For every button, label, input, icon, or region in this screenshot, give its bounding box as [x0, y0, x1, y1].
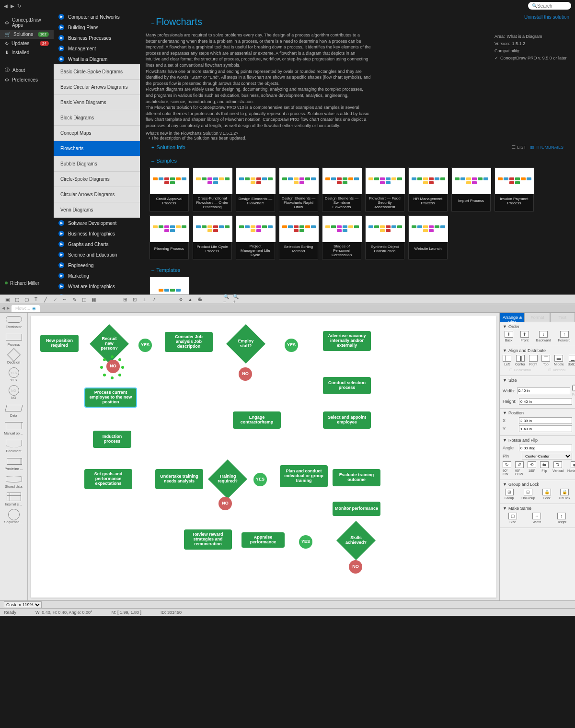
flow-node[interactable]: Recruit new person? [90, 324, 129, 364]
align-icons-bottom[interactable]: ▁Bottom [568, 355, 575, 366]
props-tab-format[interactable]: Format [525, 313, 550, 322]
palette-decision[interactable]: Decision [2, 350, 25, 364]
curve-icon[interactable]: ～ [61, 296, 68, 303]
palette-document[interactable]: Document [2, 439, 25, 453]
flow-node[interactable]: Appraise performance [242, 532, 285, 548]
connector-icon[interactable]: ⟋ [52, 296, 58, 303]
category-item[interactable]: ▶What are Infographics [54, 281, 140, 292]
palette-yes[interactable]: YESYES [2, 368, 25, 382]
align-icons-left[interactable]: ▏Left [503, 355, 511, 366]
sample-card[interactable]: Project Management Life Cycle [236, 215, 275, 259]
nav-item-about[interactable]: ⓘAbout [0, 65, 54, 75]
sample-card[interactable]: Website Launch [408, 215, 448, 259]
rotate-icons-horizontal[interactable]: ⇄Horizontal [567, 461, 575, 476]
flow-node[interactable]: NO [218, 497, 232, 510]
sample-card[interactable]: Planning Process [150, 215, 189, 259]
sample-card[interactable]: Product Life Cycle Process [193, 215, 232, 259]
height-input[interactable] [519, 398, 572, 405]
sample-card[interactable]: HR Management Process [408, 167, 448, 211]
tool-2-icon[interactable]: ▢ [13, 296, 20, 303]
make-icons-size[interactable]: ▢Size [508, 513, 517, 524]
section-info[interactable]: Solution info [156, 144, 185, 150]
align-icons-top[interactable]: ▔Top [541, 355, 550, 366]
flow-node[interactable]: Induction process [93, 431, 131, 448]
flow-node[interactable]: Advertise vacancy internally and/or exte… [323, 331, 371, 351]
align-v-icon[interactable]: ⊞ Vertical [548, 368, 565, 372]
order-icons-front[interactable]: ⬆Front [520, 331, 529, 342]
tool-10-icon[interactable]: ▦ [90, 296, 97, 303]
sample-card[interactable]: Selection Sorting Method [279, 215, 318, 259]
flow-node[interactable]: Undertake training needs analysis [155, 469, 203, 489]
chevron-down-icon[interactable]: ▼ [503, 506, 507, 511]
subcategory-item[interactable]: Circular Arrows Diagrams [54, 187, 140, 202]
group-icons-unlock[interactable]: 🔓UnLock [559, 489, 570, 500]
flow-node[interactable]: Training required? [208, 459, 247, 499]
subcategory-item[interactable]: Bubble Diagrams [54, 156, 140, 172]
flow-node[interactable]: New position required [40, 335, 79, 352]
group-icons-ungroup[interactable]: ⊟UnGroup [521, 489, 535, 500]
palette-internal[interactable]: Internal s ... [2, 492, 25, 506]
search-box[interactable]: 🔍 [528, 2, 571, 10]
sample-card[interactable]: Design Elements — Flowchart [236, 167, 275, 211]
settings-icon[interactable]: ⚙ [177, 296, 184, 303]
category-item[interactable]: ▶Software Development [54, 218, 140, 228]
sample-card[interactable]: Flowchart — Food Security Assessment [365, 167, 404, 211]
align-icons-right[interactable]: ▕Right [529, 355, 538, 366]
palette-manualop[interactable]: Manual op ... [2, 421, 25, 435]
subcategory-item[interactable]: Circle-Spoke Diagrams [54, 172, 140, 187]
make-icons-width[interactable]: ↔Width [532, 513, 541, 524]
subcategory-item[interactable]: Flowcharts [54, 141, 140, 156]
flow-node[interactable]: NO [239, 367, 252, 381]
category-item[interactable]: ▶Science and Education [54, 249, 140, 260]
subcategory-item[interactable]: Concept Maps [54, 126, 140, 141]
category-item[interactable]: ▶What is a Diagram [54, 54, 140, 64]
nav-item-updates[interactable]: ↻Updates24 [0, 39, 54, 48]
category-item[interactable]: ▶Engineering [54, 260, 140, 270]
category-item[interactable]: ▶Marketing [54, 270, 140, 281]
subcategory-item[interactable]: Venn Diagrams [54, 202, 140, 218]
align-h-icon[interactable]: ⊞ Horizontal [509, 368, 531, 372]
nav-item-installed[interactable]: ⬇Installed [0, 48, 54, 57]
view-thumb-btn[interactable]: ▦THUMBNAILS [530, 145, 564, 150]
subcategory-item[interactable]: Basic Circle-Spoke Diagrams [54, 64, 140, 80]
flow-node[interactable]: Plan and conduct individual or group tra… [280, 465, 328, 487]
flow-node[interactable]: Conduct selection process [323, 377, 371, 394]
zoom-out-icon[interactable]: 🔍− [223, 296, 230, 303]
angle-input[interactable] [519, 445, 572, 451]
flow-node[interactable]: YES [299, 535, 312, 549]
view-list-btn[interactable]: ☰LIST [512, 145, 526, 150]
order-icons-forward[interactable]: ↑Forward [558, 331, 571, 342]
tab-nav-left[interactable]: ◀ [2, 306, 5, 310]
print-icon[interactable]: 🖶 [196, 296, 203, 303]
props-tab-text[interactable]: Text [550, 313, 575, 322]
rotate-icons-180[interactable]: ⟲180° [528, 461, 536, 476]
ruler-icon[interactable]: ⟂ [141, 296, 148, 303]
flow-node[interactable]: Engage contractor/temp [233, 411, 281, 429]
palette-stored[interactable]: Stored data [2, 474, 25, 488]
flow-node[interactable]: Review reward strategies and remuneratio… [184, 529, 232, 550]
category-item[interactable]: ▶Business Processes [54, 33, 140, 43]
nav-back-icon[interactable]: ◀ [4, 3, 8, 9]
pointer-icon[interactable]: ▣ [4, 296, 11, 303]
sample-card[interactable]: Credit Approval Process [150, 167, 189, 211]
subcategory-item[interactable]: Block Diagrams [54, 110, 140, 126]
rotate-icons-90cw[interactable]: ↻90° CW [503, 461, 511, 476]
chevron-down-icon[interactable]: ▼ [503, 411, 507, 415]
make-icons-height[interactable]: ↕Height [557, 513, 566, 524]
nav-item-preferences[interactable]: ⚙Preferences [0, 75, 54, 84]
eraser-icon[interactable]: ◫ [80, 296, 87, 303]
flow-node[interactable]: Skills achieved? [336, 521, 376, 560]
tab-nav-right[interactable]: ▶ [7, 306, 10, 310]
sample-card[interactable]: Cross-Functional Flowchart — Order Proce… [193, 167, 232, 211]
palette-terminator[interactable]: Terminator [2, 315, 25, 329]
search-input[interactable] [537, 3, 566, 9]
y-input[interactable] [519, 425, 572, 432]
rotate-icons-vertical[interactable]: ⇅Vertical [552, 461, 564, 476]
sample-card[interactable]: Design Elements — Swimlane Flowcharts [322, 167, 361, 211]
canvas-area[interactable]: New position requiredRecruit new person?… [31, 316, 496, 598]
category-item[interactable]: ▶Business Infographics [54, 228, 140, 239]
group-icons-lock[interactable]: 🔒Lock [542, 489, 551, 500]
group-icons-group[interactable]: ⊞Group [505, 489, 514, 500]
section-templates[interactable]: Templates [156, 267, 180, 273]
section-samples[interactable]: Samples [156, 158, 177, 164]
